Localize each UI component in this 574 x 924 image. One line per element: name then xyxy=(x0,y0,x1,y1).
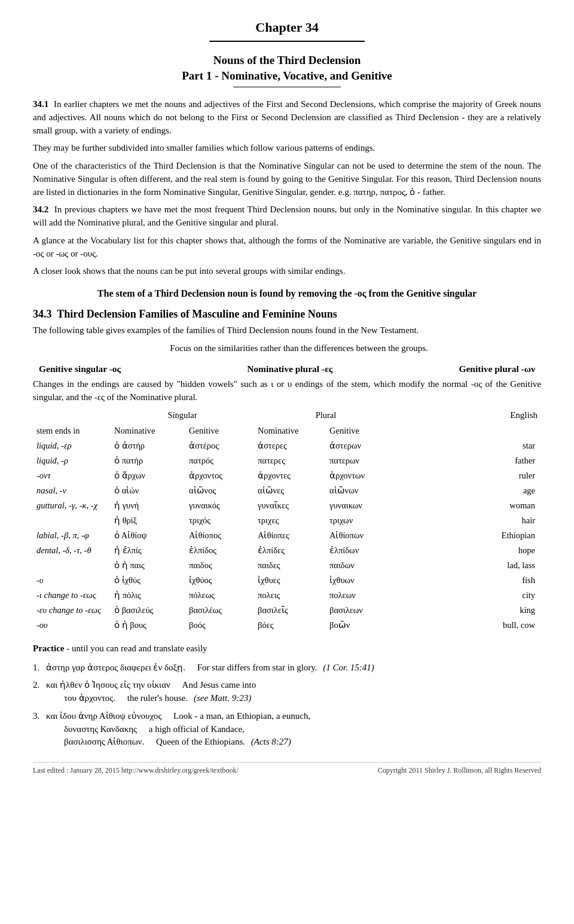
table-row: -οντ ὁ ἄρχων ἀρχοντος ἀρχοντες ἀρχοντων … xyxy=(33,468,541,483)
plural-label: Plural xyxy=(254,408,398,423)
section-34-1-p2: They may be further subdivided into smal… xyxy=(33,142,541,155)
pl-gen-header: Genitive xyxy=(326,423,398,438)
column-header-row: stem ends in Nominative Genitive Nominat… xyxy=(33,423,541,438)
section-34-1-p3: One of the characteristics of the Third … xyxy=(33,160,541,199)
section-34-3-p2: Focus on the similarities rather than th… xyxy=(33,342,541,355)
singular-label: Singular xyxy=(111,408,254,423)
practice-section: Practice - until you can read and transl… xyxy=(33,642,541,749)
table-row: liquid, -ερ ὁ ἀστήρ ἀστέρος ἀστερες ἀστε… xyxy=(33,438,541,453)
section-34-1-p1: 34.1 In earlier chapters we met the noun… xyxy=(33,98,541,137)
subtitle: Nouns of the Third Declension Part 1 - N… xyxy=(33,53,541,84)
table-row: ὁ ἡ παις παιδος παιδες παιδων lad, lass xyxy=(33,558,541,573)
section-34-3-heading: 34.3 Third Declension Families of Mascul… xyxy=(33,306,541,322)
practice-item-3: 3. και ἰδου ἀνηρ Αἰθιοψ εὐνουχος Look - … xyxy=(33,710,541,749)
table-row: ἡ θρίξ τριχός τριχες τριχων hair xyxy=(33,513,541,528)
footer-right: Copyright 2011 Shirley J. Rollinson, all… xyxy=(378,766,541,776)
table-row: liquid, -ρ ὁ πατήρ πατρός πατερες πατερω… xyxy=(33,453,541,468)
practice-header: Practice - until you can read and transl… xyxy=(33,642,541,655)
section-34-2-p1: 34.2 In previous chapters we have met th… xyxy=(33,203,541,230)
table-row: labial, -β, π, -φ ὁ Αἰθίοψ Αἰθίοπος Αἰθί… xyxy=(33,528,541,543)
chapter-title: Chapter 34 xyxy=(33,18,541,37)
practice-item-1: 1. ἀστηρ γαρ ἀστερος διαφερει ἐν δοξῃ. F… xyxy=(33,661,541,675)
highlighted-text: The stem of a Third Declension noun is f… xyxy=(33,286,541,300)
table-row: -ευ change to -εως ὁ βασιλεύς βασιλέως β… xyxy=(33,603,541,618)
subtitle-rule xyxy=(233,87,341,87)
section-34-2-p3: A closer look shows that the nouns can b… xyxy=(33,265,541,278)
table-row: -ι change to -εως ἡ πόλις πόλεως πολεις … xyxy=(33,588,541,603)
practice-item-2: 2. και ἠλθεν ὁ Ἰησους εἰς την οἰκιαν And… xyxy=(33,679,541,705)
english-label: English xyxy=(398,408,541,423)
changes-para: Changes in the endings are caused by "hi… xyxy=(33,378,541,404)
eng-header xyxy=(398,423,541,438)
table-row: dental, -δ, -τ, -θ ἡ ἐλπίς ἐλπίδος ἐλπίδ… xyxy=(33,543,541,558)
nom-header: Nominative xyxy=(111,423,185,438)
singular-plural-row: Singular Plural English xyxy=(33,408,541,423)
table-row: -ου ὁ ἡ βους βοός βόες βοῶν bull, cow xyxy=(33,618,541,633)
footer: Last edited : January 28, 2015 http://ww… xyxy=(33,762,541,776)
pl-nom-header: Nominative xyxy=(254,423,326,438)
col-headers: Genitive singular -ος Nominative plural … xyxy=(33,362,541,376)
section-34-2-p2: A glance at the Vocabulary list for this… xyxy=(33,234,541,261)
stem-ends-label: stem ends in xyxy=(33,423,111,438)
title-rule xyxy=(209,41,365,42)
noun-table: Singular Plural English stem ends in Nom… xyxy=(33,408,541,633)
gen-header: Genitive xyxy=(185,423,254,438)
table-row: guttural, -γ, -κ, -χ ἡ γυνή γυναικός γυν… xyxy=(33,498,541,513)
table-row: -υ ὁ ἰχθύς ἰχθύος ἰχθυες ἰχθυων fish xyxy=(33,573,541,588)
table-row: nasal, -ν ὁ αἰών αἰῶνος αἰῶνες αἰῶνων ag… xyxy=(33,483,541,498)
section-34-3-p1: The following table gives examples of th… xyxy=(33,324,541,337)
footer-left: Last edited : January 28, 2015 http://ww… xyxy=(33,766,239,776)
